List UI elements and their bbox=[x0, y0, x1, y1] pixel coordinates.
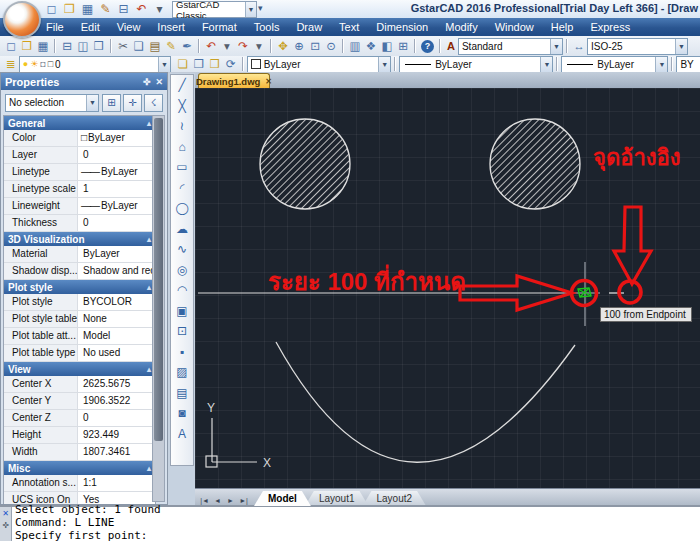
property-row[interactable]: Shadow disp...Shadow and recei... bbox=[4, 263, 155, 280]
chevron-down-icon[interactable]: ▼ bbox=[550, 39, 562, 54]
menu-item[interactable]: Text bbox=[339, 21, 359, 33]
drawing-canvas[interactable]: Y X จุดอ้างอิง ระยะ 100 ที่กำหนด 100 fro… bbox=[195, 88, 700, 488]
property-row[interactable]: Width1807.3461 bbox=[4, 444, 155, 461]
collapse-icon[interactable]: ▴ bbox=[147, 464, 151, 473]
multiline-text-icon[interactable]: A bbox=[174, 426, 191, 442]
chevron-down-icon[interactable]: ▼ bbox=[86, 95, 98, 111]
menu-item[interactable]: Tools bbox=[254, 21, 280, 33]
gradient-icon[interactable]: ▤ bbox=[174, 385, 191, 401]
menu-item[interactable]: Express bbox=[590, 21, 630, 33]
property-row[interactable]: Color□ ByLayer bbox=[4, 130, 155, 147]
layer-properties-manager-icon[interactable]: ≣ bbox=[3, 56, 19, 72]
redo-icon[interactable]: ↷ bbox=[235, 38, 251, 54]
close-icon[interactable]: ✕ bbox=[265, 77, 272, 86]
toolbar-options-icon[interactable]: ▾ bbox=[258, 3, 263, 13]
ellipse-icon[interactable]: ◎ bbox=[174, 262, 191, 278]
undo-dropdown-icon[interactable]: ▾ bbox=[219, 38, 235, 54]
help-icon[interactable]: ? bbox=[421, 40, 434, 53]
rectangle-icon[interactable]: ▭ bbox=[174, 159, 191, 175]
layer-previous-icon[interactable]: ❐ bbox=[191, 56, 207, 72]
format-painter-icon[interactable]: ✎ bbox=[163, 38, 179, 54]
section-header-view[interactable]: View ▴ bbox=[4, 362, 155, 376]
menu-item[interactable]: Format bbox=[202, 21, 237, 33]
close-icon[interactable]: ✕ bbox=[2, 510, 9, 518]
chevron-down-icon[interactable]: ▼ bbox=[540, 57, 552, 72]
collapse-icon[interactable]: ▴ bbox=[147, 365, 151, 374]
new-icon[interactable]: ◻ bbox=[44, 2, 59, 17]
collapse-icon[interactable]: ▴ bbox=[147, 119, 151, 128]
save-icon[interactable]: ▦ bbox=[80, 2, 95, 17]
property-row[interactable]: Plot style tableNone bbox=[4, 311, 155, 328]
property-row[interactable]: Center X2625.5675 bbox=[4, 376, 155, 393]
open-icon[interactable]: ❐ bbox=[19, 38, 35, 54]
property-row[interactable]: Plot table typeNo used bbox=[4, 345, 155, 362]
make-object-layer-current-icon[interactable]: ❒ bbox=[207, 56, 223, 72]
close-icon[interactable]: ✕ bbox=[155, 77, 163, 87]
property-row[interactable]: Linetype—— ByLayer bbox=[4, 164, 155, 181]
menu-item[interactable]: Dimension bbox=[376, 21, 428, 33]
chevron-down-icon[interactable]: ▼ bbox=[655, 57, 667, 72]
undo-icon[interactable]: ↶ bbox=[203, 38, 219, 54]
menu-item[interactable]: Help bbox=[551, 21, 574, 33]
collapse-icon[interactable]: ▴ bbox=[147, 283, 151, 292]
dim-style-dropdown[interactable]: ISO-25 ▼ bbox=[587, 38, 688, 55]
linetype-control-dropdown[interactable]: ByLayer ▼ bbox=[399, 56, 553, 73]
undo-icon[interactable]: ↶ bbox=[134, 2, 149, 17]
construction-line-icon[interactable]: ╳ bbox=[174, 98, 191, 114]
calculator-icon[interactable]: ⊞ bbox=[395, 38, 411, 54]
property-row[interactable]: Layer0 bbox=[4, 147, 155, 164]
spline-icon[interactable]: ∿ bbox=[174, 241, 191, 257]
chevron-down-icon[interactable]: ▼ bbox=[675, 39, 687, 54]
property-row[interactable]: Thickness0 bbox=[4, 215, 155, 232]
polyline-icon[interactable]: ≀ bbox=[174, 118, 191, 134]
document-tab[interactable]: Drawing1.dwg ✕ bbox=[198, 73, 270, 88]
color-control-dropdown[interactable]: ByLayer ▼ bbox=[247, 56, 391, 73]
text-style-dropdown[interactable]: Standard ▼ bbox=[458, 38, 563, 55]
menu-item[interactable]: File bbox=[46, 21, 64, 33]
gstarcad-logo-icon[interactable] bbox=[3, 1, 41, 38]
property-row[interactable]: Lineweight—— ByLayer bbox=[4, 198, 155, 215]
property-row[interactable]: Linetype scale1 bbox=[4, 181, 155, 198]
layer-dropdown[interactable]: ●☀◘□ 0 ▼ bbox=[19, 56, 171, 73]
copy-icon[interactable]: ❑ bbox=[131, 38, 147, 54]
cut-icon[interactable]: ✂ bbox=[115, 38, 131, 54]
chevron-down-icon[interactable]: ▼ bbox=[245, 2, 256, 17]
pin-icon[interactable]: ✜ bbox=[2, 522, 9, 530]
properties-panel-header[interactable]: Properties ✜ ✕ bbox=[1, 73, 167, 90]
section-header-plot-style[interactable]: Plot style ▴ bbox=[4, 280, 155, 294]
circle-icon[interactable]: ◯ bbox=[174, 200, 191, 216]
make-block-icon[interactable]: ⊡ bbox=[174, 323, 191, 339]
scrollbar-thumb[interactable] bbox=[154, 118, 163, 441]
section-header-misc[interactable]: Misc ▴ bbox=[4, 461, 155, 475]
region-icon[interactable]: ◙ bbox=[174, 405, 191, 421]
quick-select-button[interactable]: ☇ bbox=[144, 94, 163, 112]
workspace-dropdown[interactable]: GstarCAD Classic ▼ bbox=[172, 1, 257, 18]
new-icon[interactable]: ◻ bbox=[3, 38, 19, 54]
point-icon[interactable]: ▪ bbox=[174, 344, 191, 360]
property-row[interactable]: Center Y1906.3522 bbox=[4, 393, 155, 410]
layer-update-icon[interactable]: ⟳ bbox=[223, 56, 239, 72]
menu-item[interactable]: Draw bbox=[296, 21, 322, 33]
property-row[interactable]: Center Z0 bbox=[4, 410, 155, 427]
lineweight-control-dropdown[interactable]: ByLayer ▼ bbox=[561, 56, 668, 73]
chevron-down-icon[interactable]: ▼ bbox=[378, 57, 390, 72]
hatch-icon[interactable]: ▨ bbox=[174, 364, 191, 380]
properties-palette-icon[interactable]: ▥ bbox=[347, 38, 363, 54]
zoom-previous-icon[interactable]: ⊙ bbox=[323, 38, 339, 54]
design-center-icon[interactable]: ❖ bbox=[363, 38, 379, 54]
insert-block-icon[interactable]: ▣ bbox=[174, 303, 191, 319]
match-properties-icon[interactable]: ✒ bbox=[179, 38, 195, 54]
property-row[interactable]: Height923.449 bbox=[4, 427, 155, 444]
toggle-pickadd-button[interactable]: ⊞ bbox=[102, 94, 121, 112]
tool-palettes-icon[interactable]: ◧ bbox=[379, 38, 395, 54]
properties-scrollbar[interactable] bbox=[152, 115, 165, 502]
section-header-general[interactable]: General ▴ bbox=[4, 116, 155, 130]
ellipse-arc-icon[interactable]: ◠ bbox=[174, 282, 191, 298]
zoom-realtime-icon[interactable]: ⊕ bbox=[291, 38, 307, 54]
chevron-down-icon[interactable]: ▼ bbox=[158, 57, 170, 72]
menu-item[interactable]: Edit bbox=[81, 21, 100, 33]
menu-item[interactable]: Modify bbox=[445, 21, 477, 33]
plot-style-control-dropdown[interactable]: BY bbox=[676, 56, 700, 73]
save-as-icon[interactable]: ✎ bbox=[98, 2, 113, 17]
collapse-icon[interactable]: ▴ bbox=[147, 235, 151, 244]
